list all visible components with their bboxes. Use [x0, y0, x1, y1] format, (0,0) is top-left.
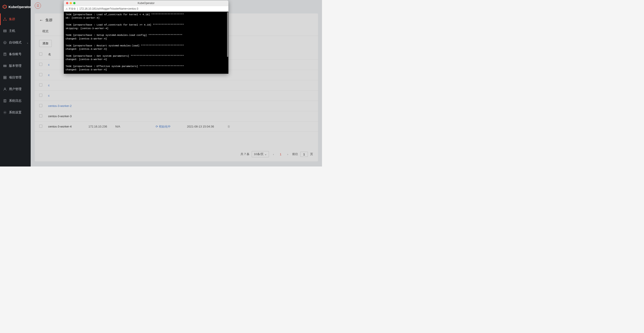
sidebar-item-label: 系统日志 [9, 99, 22, 103]
sidebar: KubeOperator 集群 主机 A 自动模式 ⌄ 备份账号 版本管理 项目… [0, 0, 31, 167]
svg-rect-5 [4, 30, 6, 31]
user-icon [3, 87, 7, 91]
svg-rect-16 [4, 78, 5, 79]
terminal-scrollbar[interactable] [227, 12, 228, 57]
backup-icon [3, 53, 7, 56]
insecure-warning-icon[interactable]: ⚠ 不安全 [66, 7, 76, 11]
svg-point-2 [4, 18, 5, 19]
sidebar-item-log[interactable]: 系统日志 [0, 95, 31, 107]
host-icon [3, 29, 7, 33]
svg-rect-12 [4, 65, 6, 66]
sidebar-item-label: 主机 [9, 29, 15, 33]
terminal-log[interactable]: TASK [prepare/base : Load nf_conntrack f… [64, 12, 228, 74]
gear-icon [3, 111, 7, 114]
sidebar-item-label: 项目管理 [9, 76, 22, 80]
log-icon [3, 99, 7, 103]
popup-window-title: KubeOperator [64, 2, 228, 5]
terminal-content: TASK [prepare/base : Load nf_conntrack f… [66, 13, 203, 74]
svg-rect-17 [5, 78, 6, 79]
sidebar-item-version[interactable]: 版本管理 [0, 60, 31, 72]
cluster-icon [3, 18, 7, 21]
version-icon [3, 64, 7, 68]
sidebar-item-cluster[interactable]: 集群 [0, 14, 31, 25]
sidebar-item-host[interactable]: 主机 [0, 25, 31, 37]
svg-rect-15 [5, 76, 6, 77]
logo-icon [2, 4, 7, 9]
logger-popup-window: KubeOperator ⚠ 不安全 | 172.16.10.181/ui/#/… [64, 1, 228, 74]
svg-text:A: A [4, 42, 6, 44]
sidebar-item-label: 自动模式 [9, 41, 22, 45]
sidebar-item-project[interactable]: 项目管理 [0, 72, 31, 83]
chevron-down-icon: ⌄ [27, 42, 28, 44]
sidebar-item-label: 集群 [9, 17, 15, 21]
popup-titlebar[interactable]: KubeOperator [64, 1, 228, 6]
svg-rect-6 [4, 31, 6, 32]
sidebar-item-user[interactable]: 用户管理 [0, 83, 31, 95]
logo: KubeOperator [0, 0, 31, 14]
url-text[interactable]: 172.16.10.181/ui/#/logger?clusterName=ce… [79, 7, 138, 10]
sidebar-item-auto[interactable]: A 自动模式 ⌄ [0, 37, 31, 48]
sidebar-item-settings[interactable]: 系统设置 [0, 107, 31, 118]
address-bar: ⚠ 不安全 | 172.16.10.181/ui/#/logger?cluste… [64, 6, 228, 12]
svg-point-23 [4, 112, 5, 113]
sidebar-item-backup[interactable]: 备份账号 [0, 48, 31, 60]
logo-text: KubeOperator [8, 5, 31, 9]
sidebar-item-label: 版本管理 [9, 64, 22, 68]
project-icon [3, 76, 7, 79]
sidebar-item-label: 备份账号 [9, 52, 22, 56]
sidebar-item-label: 系统设置 [9, 111, 22, 115]
sidebar-item-label: 用户管理 [9, 87, 22, 91]
svg-rect-13 [4, 66, 6, 67]
auto-icon: A [3, 41, 7, 44]
svg-point-18 [4, 88, 6, 89]
svg-rect-14 [4, 76, 5, 77]
